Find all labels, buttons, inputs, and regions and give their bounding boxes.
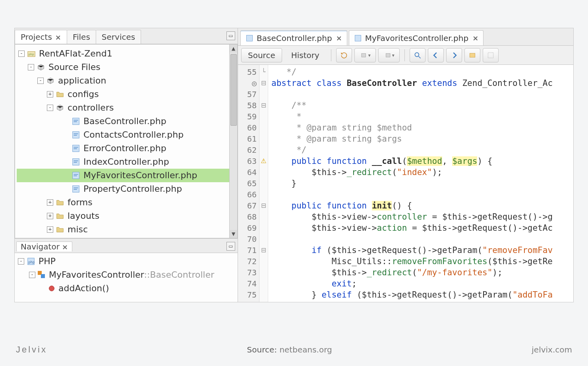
source-attribution: Source: netbeans.org [247,345,332,354]
php-file-icon: php [27,257,35,266]
tree-source-files[interactable]: -Source Files [17,60,236,74]
project-tree: -phpRentAFlat-Zend1-Source Files-applica… [15,44,238,238]
expander-icon[interactable]: + [47,226,53,233]
navigator-tab[interactable]: Navigator × [16,241,72,251]
expander-icon[interactable]: + [47,199,53,206]
source-button[interactable]: Source [241,48,282,62]
close-icon[interactable]: × [62,243,68,251]
folder-icon [56,198,64,207]
close-icon[interactable]: × [472,34,478,42]
tree-folder-configs[interactable]: +configs [17,88,236,101]
tree-file[interactable]: IndexController.php [17,155,236,169]
navigator-panel: Navigator × ▭ - php PHP - MyFavoritesCon… [15,238,238,302]
code-editor[interactable]: 55 ◎ 57 58 59 60 61 62 63 64 65 66 67 68… [238,65,573,302]
svg-rect-7 [74,135,77,136]
projects-panel-tabs: Projects × Files Services ▭ [15,28,238,44]
svg-rect-24 [362,53,366,57]
navigator-class-name: MyFavoritesController [49,268,144,282]
selection-icon[interactable] [483,48,499,62]
tree-folder-controllers[interactable]: -controllers [17,101,236,115]
tree-folder-models[interactable]: +models [17,236,236,238]
svg-rect-6 [74,133,78,134]
expander-icon[interactable]: + [47,91,53,97]
tree-folder-misc[interactable]: +misc [17,223,236,236]
navigator-method[interactable]: addAction() [18,282,234,295]
scroll-thumb[interactable] [230,54,237,126]
toolbar-separator [404,49,405,61]
editor-toolbar: Source History ▾ ▾ [238,46,573,65]
tab-files-label: Files [73,32,90,42]
svg-rect-16 [74,175,77,176]
editor-tab[interactable]: BaseController.php× [240,30,347,45]
image-footer: Jelvix Source: netbeans.org jelvix.com [0,345,588,355]
scroll-up-icon[interactable]: ▲ [230,45,237,53]
expander-icon[interactable]: + [47,213,53,219]
prev-bookmark-icon[interactable] [428,48,444,62]
package-icon [56,103,64,112]
history-button[interactable]: History [284,48,326,62]
php-file-icon [72,185,80,193]
svg-rect-25 [386,53,390,57]
folder-icon [56,225,64,234]
close-icon[interactable]: × [336,34,342,42]
expander-spacer [63,118,69,125]
refresh-icon[interactable] [336,48,352,62]
tree-file[interactable]: PropertyController.php [17,182,236,196]
expander-icon[interactable]: - [18,258,24,265]
svg-rect-9 [74,147,78,148]
ide-window: Projects × Files Services ▭ -phpRentAFla… [14,28,574,302]
fold-column[interactable]: └⊟ ⊟ ⚠ ⊟ ⊟ [259,65,268,302]
line-gutter: 55 ◎ 57 58 59 60 61 62 63 64 65 66 67 68… [238,65,259,302]
nav-back-icon[interactable]: ▾ [354,48,376,62]
php-file-icon [72,117,80,126]
scroll-down-icon[interactable]: ▼ [230,230,237,238]
expander-icon[interactable]: - [37,78,44,84]
next-bookmark-icon[interactable] [446,48,462,62]
highlight-icon[interactable] [464,48,480,62]
tab-files[interactable]: Files [67,30,96,44]
source-label: Source: [247,345,277,354]
tree-file[interactable]: ErrorController.php [17,142,236,155]
tab-projects[interactable]: Projects × [15,30,67,44]
svg-rect-15 [74,174,78,175]
editor-column: BaseController.php×MyFavoritesController… [238,28,573,302]
navigator-header: Navigator × ▭ [15,239,238,253]
expander-icon[interactable]: - [47,105,53,111]
toolbar-separator [331,49,331,61]
search-icon[interactable] [410,48,426,62]
navigator-base-class: ::BaseController [144,268,215,282]
minimize-panel-button[interactable]: ▭ [226,31,235,40]
tree-file[interactable]: MyFavoritesController.php [17,169,236,182]
svg-rect-23 [355,35,361,41]
tree-file[interactable]: ContactsController.php [17,128,236,142]
method-icon [49,286,54,291]
folder-icon [56,212,64,220]
projects-scrollbar[interactable]: ▲ ▼ [229,45,237,238]
editor-tabs: BaseController.php×MyFavoritesController… [238,28,573,46]
expander-icon[interactable]: - [29,272,35,278]
svg-point-26 [415,53,419,56]
nav-fwd-icon[interactable]: ▾ [378,48,400,62]
navigator-class[interactable]: - MyFavoritesController::BaseController [18,268,234,282]
code-area[interactable]: */ abstract class BaseController extends… [268,65,573,302]
svg-rect-3 [74,120,78,121]
expander-icon[interactable]: - [18,51,25,57]
tree-folder-forms[interactable]: +forms [17,196,236,209]
tree-folder-layouts[interactable]: +layouts [17,209,236,223]
php-file-icon [72,158,80,166]
expander-spacer [63,145,69,152]
tree-file[interactable]: BaseController.php [17,115,236,128]
navigator-root[interactable]: - php PHP [18,255,234,268]
tree-project-root[interactable]: -phpRentAFlat-Zend1 [17,47,236,60]
svg-text:php: php [29,53,34,56]
minimize-navigator-button[interactable]: ▭ [226,242,235,251]
expander-icon[interactable]: - [28,64,34,70]
tab-services[interactable]: Services [96,30,141,44]
php-file-icon [72,171,80,180]
svg-rect-19 [74,189,77,190]
tree-application[interactable]: -application [17,74,236,88]
editor-tab[interactable]: MyFavoritesController.php× [349,30,484,45]
close-icon[interactable]: × [55,33,61,41]
expander-spacer [63,172,69,179]
project-icon: php [27,49,36,58]
